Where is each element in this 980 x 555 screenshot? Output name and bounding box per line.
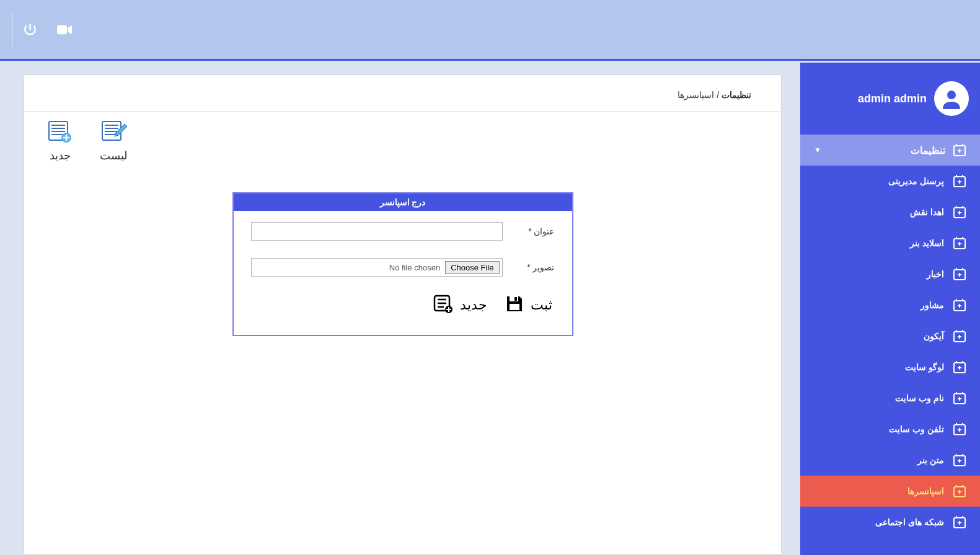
form-card: درج اسپانسر عنوان * تصویر * No file chos… [232, 192, 573, 336]
sidebar-item-5[interactable]: آیکون [800, 321, 980, 352]
svg-rect-82 [510, 304, 519, 310]
calendar-plus-icon [953, 329, 966, 343]
sidebar-item-11[interactable]: شبکه های اجتماعی [800, 507, 980, 538]
sidebar-item-label: شبکه های اجتماعی [875, 517, 944, 527]
sidebar-item-label: لوگو سایت [905, 362, 944, 372]
title-input[interactable] [251, 222, 503, 241]
list-plus-icon [433, 294, 454, 316]
list-button-label: لیست [100, 149, 127, 162]
power-icon[interactable] [12, 12, 47, 47]
sidebar-item-label: اسلاید بنر [910, 238, 944, 248]
calendar-plus-icon [953, 453, 966, 467]
video-icon[interactable] [47, 12, 82, 47]
calendar-plus-icon [953, 422, 966, 436]
sidebar: admin admin تنظیمات ▼ پرسنل مدیریتیاهدا … [800, 63, 980, 555]
list-doc-icon [100, 120, 127, 145]
sidebar-item-label: متن بنر [917, 455, 944, 465]
sidebar-item-label: آیکون [924, 331, 944, 341]
save-icon [505, 294, 524, 316]
calendar-plus-icon [953, 298, 966, 312]
sidebar-item-2[interactable]: اسلاید بنر [800, 228, 980, 259]
sidebar-item-label: اسپانسرها [907, 486, 944, 496]
sidebar-menu: پرسنل مدیریتیاهدا نقشاسلاید بنراخبارمشاو… [800, 166, 980, 550]
breadcrumb-sep: / [714, 90, 722, 100]
menu-header-settings[interactable]: تنظیمات ▼ [800, 135, 980, 166]
form-body: عنوان * تصویر * No file chosen Choose Fi… [234, 211, 572, 335]
list-button[interactable]: لیست [95, 120, 132, 162]
toolbar: جدید لیست [24, 112, 781, 162]
choose-file-button[interactable]: Choose File [445, 261, 499, 274]
topbar-actions [12, 12, 82, 47]
menu-header-label: تنظیمات [911, 144, 945, 156]
sidebar-item-7[interactable]: نام وب سایت [800, 383, 980, 414]
breadcrumb-leaf: اسپانسرها [678, 90, 714, 100]
image-label: تصویر * [518, 262, 555, 272]
file-input[interactable]: No file chosen Choose File [251, 258, 503, 277]
svg-rect-81 [514, 297, 517, 301]
sidebar-item-label: مشاور [920, 300, 944, 310]
row-image: تصویر * No file chosen Choose File [251, 258, 555, 277]
content: تنظیمات / اسپانسرها جدید لیست درج اسپانس… [24, 74, 782, 555]
row-title: عنوان * [251, 222, 555, 241]
breadcrumb-root: تنظیمات [722, 90, 751, 100]
form-new-button[interactable]: جدید [433, 294, 487, 316]
chevron-down-icon: ▼ [814, 146, 821, 154]
new-button[interactable]: جدید [42, 120, 79, 162]
sidebar-item-1[interactable]: اهدا نقش [800, 197, 980, 228]
username: admin admin [858, 92, 927, 105]
calendar-plus-icon [953, 205, 966, 219]
title-label: عنوان * [518, 226, 555, 236]
sidebar-item-label: تلفن وب سایت [889, 424, 944, 434]
form-actions: ثبت جدید [251, 294, 555, 316]
calendar-plus-icon [953, 174, 966, 188]
calendar-plus-icon [953, 360, 966, 374]
calendar-plus-icon [953, 515, 966, 529]
sidebar-item-9[interactable]: متن بنر [800, 445, 980, 476]
sidebar-item-4[interactable]: مشاور [800, 290, 980, 321]
save-button-label: ثبت [531, 297, 552, 313]
sidebar-item-8[interactable]: تلفن وب سایت [800, 414, 980, 445]
sidebar-item-0[interactable]: پرسنل مدیریتی [800, 166, 980, 197]
svg-point-1 [947, 91, 956, 99]
svg-rect-0 [57, 25, 67, 33]
topbar [0, 0, 980, 61]
form-new-button-label: جدید [460, 297, 487, 313]
avatar [934, 81, 969, 116]
calendar-plus-icon [953, 391, 966, 405]
sidebar-item-label: اهدا نقش [910, 207, 944, 217]
calendar-plus-icon [953, 267, 966, 281]
sidebar-item-label: پرسنل مدیریتی [888, 176, 944, 186]
calendar-plus-icon [953, 236, 966, 250]
calendar-plus-icon [953, 484, 966, 498]
new-doc-icon [46, 120, 74, 145]
new-button-label: جدید [50, 149, 71, 162]
sidebar-item-10[interactable]: اسپانسرها [800, 476, 980, 507]
breadcrumb: تنظیمات / اسپانسرها [24, 75, 781, 112]
user-block: admin admin [800, 63, 980, 135]
form-title: درج اسپانسر [234, 193, 572, 211]
sidebar-item-6[interactable]: لوگو سایت [800, 352, 980, 383]
save-button[interactable]: ثبت [505, 294, 552, 316]
sidebar-item-label: نام وب سایت [895, 393, 944, 403]
sidebar-item-label: اخبار [927, 269, 944, 279]
calendar-plus-icon [953, 143, 966, 157]
file-status: No file chosen [389, 263, 440, 272]
sidebar-item-3[interactable]: اخبار [800, 259, 980, 290]
